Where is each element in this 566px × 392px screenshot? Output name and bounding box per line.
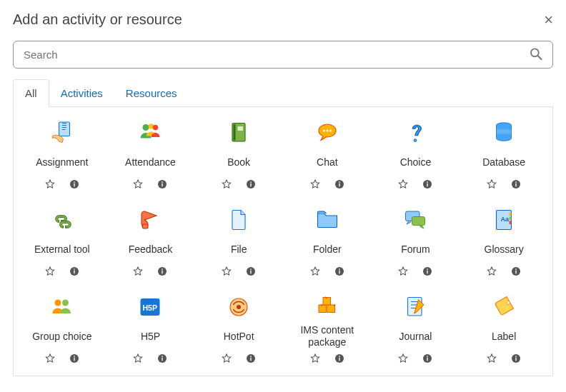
activity-actions [131,264,169,278]
star-button[interactable] [43,177,57,191]
activity-label[interactable]: Label [461,290,547,373]
star-button[interactable] [308,351,322,366]
activity-feedback[interactable]: Feedback [108,203,194,286]
activity-label: Feedback [129,237,172,261]
info-button[interactable] [332,351,347,366]
activity-actions [308,351,347,366]
activity-label: Journal [399,324,432,348]
activity-label: Chat [317,150,338,174]
tab-bar: AllActivitiesResources [13,79,553,107]
activity-actions [396,177,435,191]
info-button[interactable] [155,264,169,278]
activity-group-choice[interactable]: Group choice [19,290,105,373]
h5p-icon [136,294,164,320]
activity-actions [43,264,81,278]
star-button[interactable] [485,264,499,278]
info-button[interactable] [155,351,169,366]
star-button[interactable] [219,264,234,278]
activity-file[interactable]: File [196,203,282,286]
chat-icon [313,120,342,146]
info-button[interactable] [244,351,258,366]
star-button[interactable] [396,177,410,191]
star-button[interactable] [131,264,145,278]
star-button[interactable] [131,351,145,366]
info-button[interactable] [509,177,523,191]
star-button[interactable] [219,177,234,191]
activity-actions [219,351,258,366]
activity-label: HotPot [224,324,254,348]
star-button[interactable] [396,351,410,366]
activity-attendance[interactable]: Attendance [108,116,194,198]
label-icon [490,294,518,320]
activity-panel: AssignmentAttendanceBookChatChoiceDataba… [13,107,553,376]
modal-title: Add an activity or resource [13,11,182,28]
activity-label: File [231,237,247,261]
activity-glossary[interactable]: Glossary [461,203,547,286]
star-button[interactable] [485,177,499,191]
tab-all[interactable]: All [13,79,49,107]
modal-header: Add an activity or resource × [13,11,553,28]
activity-actions [131,351,169,366]
activity-journal[interactable]: Journal [373,290,459,373]
activity-ims-content[interactable]: IMS content package [284,290,370,373]
forum-icon [401,207,430,233]
activity-label: H5P [141,324,160,348]
activity-label: Folder [313,237,342,261]
info-button[interactable] [67,177,81,191]
activity-actions [43,351,81,366]
info-button[interactable] [420,351,435,366]
info-button[interactable] [509,264,523,278]
activity-forum[interactable]: Forum [373,203,459,286]
info-button[interactable] [509,351,523,366]
activity-label: Book [227,150,250,174]
activity-label: Attendance [125,150,176,174]
activity-folder[interactable]: Folder [284,203,370,286]
activity-label: Database [482,150,525,174]
activity-label: Forum [401,237,430,261]
activity-book[interactable]: Book [196,116,282,198]
activity-actions [485,351,523,366]
info-button[interactable] [332,264,347,278]
ims-content-icon [313,294,342,320]
info-button[interactable] [332,177,347,191]
info-button[interactable] [420,177,435,191]
star-button[interactable] [43,264,57,278]
info-button[interactable] [67,351,81,366]
glossary-icon [490,207,518,233]
add-activity-modal: Add an activity or resource × AllActivit… [0,0,566,388]
star-button[interactable] [396,264,410,278]
database-icon [490,120,518,146]
info-button[interactable] [244,264,258,278]
file-icon [224,207,253,233]
activity-h5p[interactable]: H5P [108,290,194,373]
assignment-icon [48,120,76,146]
activity-choice[interactable]: Choice [373,116,459,198]
star-button[interactable] [43,351,57,366]
activity-label: Choice [400,150,432,174]
choice-icon [401,120,430,146]
activity-database[interactable]: Database [461,116,547,198]
tab-activities[interactable]: Activities [49,79,114,107]
book-icon [224,120,253,146]
activity-hotpot[interactable]: HotPot [196,290,282,373]
star-button[interactable] [308,264,322,278]
info-button[interactable] [155,177,169,191]
info-button[interactable] [67,264,81,278]
activity-chat[interactable]: Chat [284,116,370,198]
star-button[interactable] [219,351,234,366]
activity-external-tool[interactable]: External tool [19,203,105,286]
star-button[interactable] [308,177,322,191]
activity-label: Group choice [32,324,91,348]
info-button[interactable] [244,177,258,191]
feedback-icon [136,207,164,233]
info-button[interactable] [420,264,435,278]
star-button[interactable] [485,351,499,366]
close-button[interactable]: × [544,12,553,28]
search-input[interactable] [13,41,553,69]
activity-assignment[interactable]: Assignment [19,116,105,198]
activity-actions [308,264,347,278]
journal-icon [401,294,430,320]
tab-resources[interactable]: Resources [114,79,189,107]
star-button[interactable] [131,177,145,191]
search-icon[interactable] [529,46,543,63]
